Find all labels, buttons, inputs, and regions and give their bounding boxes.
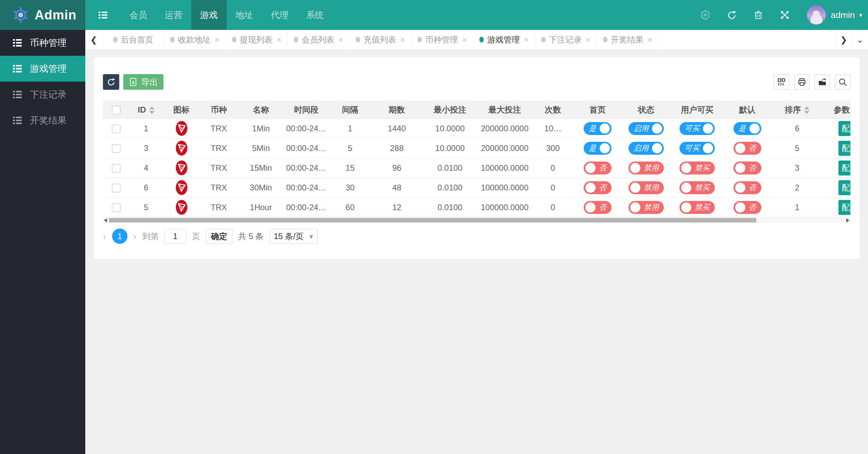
theme-button[interactable]	[692, 0, 719, 30]
default-toggle[interactable]: 否	[733, 201, 761, 214]
row-checkbox[interactable]	[112, 164, 121, 173]
select-all-checkbox[interactable]	[112, 106, 121, 115]
user-avatar[interactable]	[807, 5, 826, 24]
horizontal-scrollbar[interactable]	[103, 217, 850, 223]
nav-menu-item-label: 游戏	[200, 9, 218, 21]
default-toggle[interactable]: 是	[733, 122, 761, 135]
tab-close-icon[interactable]: ×	[338, 35, 343, 45]
home-toggle[interactable]: 是	[584, 142, 612, 155]
tabs-more-button[interactable]: ⌄	[852, 30, 868, 49]
tab-close-icon[interactable]: ×	[462, 35, 467, 45]
default-toggle[interactable]: 否	[733, 181, 761, 194]
status-toggle[interactable]: 禁用	[628, 201, 664, 214]
nav-menu-item[interactable]: 运营	[156, 0, 191, 30]
row-checkbox[interactable]	[112, 184, 121, 192]
sidebar-item-label: 游戏管理	[30, 63, 67, 75]
default-toggle[interactable]: 否	[733, 142, 761, 155]
buyable-toggle[interactable]: 可买	[679, 142, 715, 155]
config-button[interactable]: 配置	[838, 200, 850, 215]
columns-filter-button[interactable]	[774, 74, 789, 90]
tab-close-icon[interactable]: ×	[215, 35, 219, 45]
tabs-scroll-right-button[interactable]: ❯	[835, 30, 852, 49]
row-checkbox[interactable]	[112, 144, 121, 153]
next-page-button[interactable]: ›	[133, 231, 137, 241]
nav-menu-item[interactable]: 地址	[227, 0, 262, 30]
tab-label: 后台首页	[121, 34, 154, 45]
buyable-toggle[interactable]: 禁买	[679, 162, 715, 174]
current-page-button[interactable]: 1	[112, 229, 127, 244]
tab-item[interactable]: 收款地址 ×	[164, 30, 226, 49]
sort-icon[interactable]	[804, 106, 810, 114]
home-toggle[interactable]: 否	[584, 181, 612, 194]
row-checkbox[interactable]	[112, 124, 121, 133]
tab-item[interactable]: 后台首页 ×	[102, 30, 164, 49]
home-toggle[interactable]: 否	[584, 201, 612, 214]
config-button[interactable]: 配置	[838, 180, 850, 195]
nav-menu-item[interactable]: 系统	[297, 0, 333, 30]
refresh-page-button[interactable]	[719, 0, 745, 30]
nav-menu-item[interactable]: 代理	[262, 0, 297, 30]
status-toggle[interactable]: 禁用	[628, 162, 664, 174]
row-checkbox[interactable]	[112, 203, 121, 212]
cell-coin: TRX	[200, 178, 238, 198]
tab-close-icon[interactable]: ×	[586, 35, 590, 45]
page-number-input[interactable]	[164, 229, 186, 244]
tab-item[interactable]: 游戏管理 ×	[473, 30, 535, 49]
games-table: ID图标币种名称时间段间隔期数最小投注最大投注次数首页状态用户可买默认排序参数配…	[103, 101, 850, 217]
status-toggle[interactable]: 禁用	[628, 181, 664, 194]
tab-close-icon[interactable]: ×	[400, 35, 405, 45]
clear-cache-button[interactable]	[745, 0, 772, 30]
tabs-scroll-left-button[interactable]: ❮	[85, 30, 102, 49]
tab-item[interactable]: 币种管理 ×	[411, 30, 473, 49]
page-size-select[interactable]: 15 条/页 ∨	[269, 229, 318, 244]
refresh-table-button[interactable]	[103, 74, 119, 90]
tab-close-icon[interactable]: ×	[648, 35, 652, 45]
buyable-toggle[interactable]: 可买	[679, 122, 715, 135]
user-menu[interactable]: admin ▼	[831, 10, 863, 20]
refresh-icon	[727, 10, 737, 20]
status-toggle[interactable]: 启用	[628, 142, 664, 155]
tab-item[interactable]: 开奖结果 ×	[597, 30, 659, 49]
tab-dot-icon	[113, 37, 118, 43]
export-data-button[interactable]	[815, 74, 830, 90]
home-toggle[interactable]: 否	[584, 162, 612, 174]
sidebar-collapse-button[interactable]	[85, 0, 121, 30]
cell-max-bet: 100000.0000	[478, 158, 531, 178]
sort-icon[interactable]	[149, 106, 155, 114]
sidebar-item[interactable]: 币种管理	[0, 30, 85, 56]
tab-item[interactable]: 下注记录 ×	[535, 30, 597, 49]
fullscreen-button[interactable]	[772, 0, 798, 30]
config-button[interactable]: 配置	[838, 121, 850, 136]
buyable-toggle[interactable]: 禁买	[679, 181, 715, 194]
print-button[interactable]	[794, 74, 810, 90]
buyable-toggle[interactable]: 禁买	[679, 201, 715, 214]
home-toggle[interactable]: 是	[584, 122, 612, 135]
tab-item[interactable]: 提现列表 ×	[226, 30, 288, 49]
nav-menu-item[interactable]: 会员	[121, 0, 156, 30]
column-header[interactable]: 排序	[772, 101, 822, 119]
trash-icon	[753, 10, 763, 20]
prev-page-button[interactable]: ‹	[103, 231, 106, 241]
tab-item[interactable]: 会员列表 ×	[288, 30, 350, 49]
status-toggle[interactable]: 启用	[628, 122, 664, 135]
export-button[interactable]: X 导出	[123, 74, 163, 90]
tab-item[interactable]: 充值列表 ×	[350, 30, 411, 49]
scrollbar-left-arrow-icon[interactable]	[104, 218, 107, 222]
cell-coin: TRX	[200, 198, 238, 217]
search-button[interactable]	[835, 74, 850, 90]
scrollbar-right-arrow-icon[interactable]	[846, 218, 849, 222]
nav-menu-item[interactable]: 游戏	[191, 0, 227, 30]
config-button[interactable]: 配置	[838, 141, 850, 156]
config-button[interactable]: 配置	[838, 161, 850, 175]
scrollbar-thumb[interactable]	[109, 218, 756, 222]
sidebar-item[interactable]: 下注记录	[0, 82, 85, 107]
column-header: 用户可买	[672, 101, 723, 119]
tab-close-icon[interactable]: ×	[524, 35, 529, 45]
sidebar-item[interactable]: 开奖结果	[0, 107, 85, 133]
column-header[interactable]: ID	[129, 101, 163, 119]
sidebar-item[interactable]: 游戏管理	[0, 56, 85, 82]
confirm-page-button[interactable]: 确定	[206, 229, 232, 244]
default-toggle[interactable]: 否	[733, 162, 761, 174]
list-icon	[12, 115, 22, 125]
tab-close-icon[interactable]: ×	[277, 35, 281, 45]
